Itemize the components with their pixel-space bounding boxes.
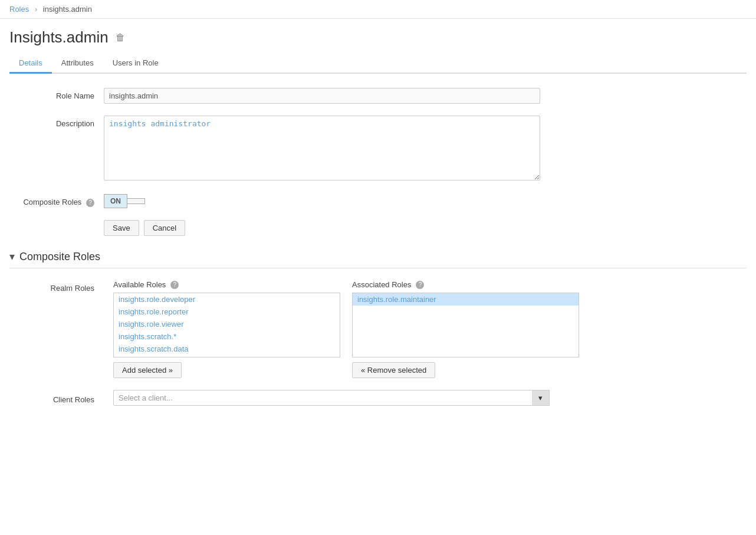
client-roles-label: Client Roles: [9, 392, 104, 404]
tab-users-in-role[interactable]: Users in Role: [103, 54, 168, 74]
client-roles-select-wrapper: Select a client... ▾: [113, 390, 550, 406]
list-item[interactable]: insights.scratch.data: [114, 343, 340, 355]
role-name-row: Role Name: [9, 88, 540, 104]
save-button[interactable]: Save: [104, 220, 139, 236]
client-roles-row: Client Roles Select a client... ▾: [9, 390, 747, 406]
form-section: Role Name Description insights administr…: [9, 88, 540, 236]
list-item[interactable]: insights.scratch.display: [114, 355, 340, 357]
list-item[interactable]: insights.scratch.*: [114, 330, 340, 343]
list-item[interactable]: insights.role.reporter: [114, 306, 340, 318]
toggle-on-button[interactable]: ON: [104, 194, 127, 208]
composite-roles-row: Composite Roles ? ON: [9, 194, 540, 208]
associated-roles-col: Associated Roles ? insights.role.maintai…: [352, 280, 579, 378]
list-item[interactable]: insights.role.viewer: [114, 318, 340, 330]
role-name-input[interactable]: [104, 88, 540, 104]
composite-roles-section: ▾ Composite Roles Realm Roles Available …: [9, 250, 747, 406]
breadcrumb-separator: ›: [35, 5, 40, 14]
section-toggle-icon[interactable]: ▾: [9, 250, 15, 263]
add-selected-button[interactable]: Add selected »: [113, 362, 182, 378]
composite-roles-help-icon[interactable]: ?: [86, 199, 94, 207]
section-title: Composite Roles: [19, 251, 100, 263]
composite-roles-label: Composite Roles ?: [9, 194, 104, 207]
realm-roles-row: Realm Roles Available Roles ? insights.r…: [9, 280, 747, 378]
toggle-wrap: ON: [104, 194, 540, 208]
title-text: Insights.admin: [9, 28, 109, 46]
page-header: Insights.admin 🗑: [0, 19, 756, 47]
description-label: Description: [9, 116, 104, 128]
realm-roles-label: Realm Roles: [9, 280, 104, 293]
role-name-wrap: [104, 88, 540, 104]
cancel-button[interactable]: Cancel: [144, 220, 185, 236]
associated-roles-header: Associated Roles ?: [352, 280, 579, 289]
role-name-label: Role Name: [9, 88, 104, 100]
available-roles-header: Available Roles ?: [113, 280, 340, 289]
breadcrumb: Roles › insights.admin: [0, 0, 756, 19]
description-wrap: insights administrator: [104, 116, 540, 182]
breadcrumb-roles-link[interactable]: Roles: [9, 5, 29, 14]
available-roles-col: Available Roles ? insights.role.develope…: [113, 280, 340, 378]
composite-roles-toggle-wrap: ON: [104, 194, 540, 208]
associated-roles-listbox[interactable]: insights.role.maintainer: [352, 293, 579, 357]
tab-attributes[interactable]: Attributes: [52, 54, 103, 74]
list-item[interactable]: insights.role.maintainer: [353, 293, 578, 306]
section-header: ▾ Composite Roles: [9, 250, 747, 268]
remove-selected-button[interactable]: « Remove selected: [352, 362, 435, 378]
breadcrumb-current: insights.admin: [43, 5, 92, 14]
associated-roles-help-icon[interactable]: ?: [416, 281, 424, 289]
available-roles-help-icon[interactable]: ?: [170, 281, 179, 289]
tab-details[interactable]: Details: [9, 54, 52, 74]
page-title: Insights.admin: [9, 28, 109, 47]
tabs-bar: Details Attributes Users in Role: [9, 54, 747, 74]
client-roles-select[interactable]: Select a client...: [113, 390, 550, 406]
available-roles-listbox[interactable]: insights.role.developer insights.role.re…: [113, 293, 340, 357]
description-textarea[interactable]: insights administrator: [104, 116, 540, 180]
description-row: Description insights administrator: [9, 116, 540, 182]
form-action-row: Save Cancel: [104, 220, 540, 236]
list-item[interactable]: insights.role.developer: [114, 293, 340, 306]
roles-columns: Available Roles ? insights.role.develope…: [113, 280, 579, 378]
delete-icon[interactable]: 🗑: [116, 32, 125, 43]
toggle-off-button[interactable]: [127, 198, 145, 204]
main-content: Role Name Description insights administr…: [0, 74, 756, 415]
